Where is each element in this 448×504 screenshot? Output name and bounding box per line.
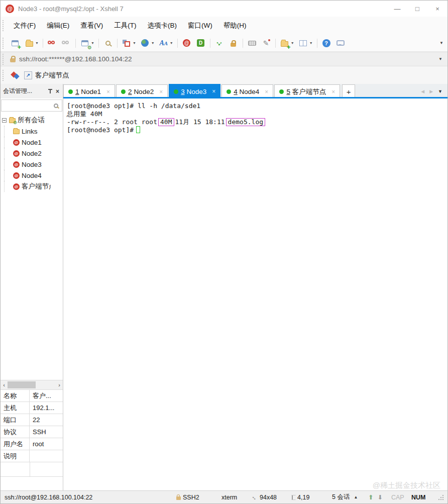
tab-node1[interactable]: 1 Node1 × [63,84,115,98]
new-session-button[interactable]: + [9,37,22,50]
xshell-snail-icon [182,38,192,48]
tab-scroll-right-icon[interactable]: ▶ [429,89,433,94]
menu-tab[interactable]: 选项卡(B) [142,19,183,33]
address-url-field[interactable]: ssh://root:******@192.168.100.104:22 [19,55,433,63]
quicklaunch-drag-handle[interactable] [3,70,6,81]
toolbar-separator [243,39,243,48]
sidebar-horizontal-scrollbar[interactable]: ‹ › [1,380,63,390]
arrange-windows-dropdown[interactable]: ▼ [133,41,136,45]
font-button[interactable]: ▼ [157,37,175,50]
disconnect-button[interactable] [46,37,59,50]
tree-item-node2[interactable]: Node2 [1,148,63,159]
close-button[interactable]: × [427,1,447,16]
tree-item-node1[interactable]: Node1 [1,137,63,148]
session-shortcut-icon[interactable] [24,71,32,79]
scroll-right-icon[interactable]: › [56,382,63,388]
tab-close-icon[interactable]: × [331,88,335,95]
new-session-folder-dropdown[interactable]: ▼ [291,41,294,45]
web-browser-dropdown[interactable]: ▼ [151,41,155,45]
open-sessions-button[interactable]: ▼ [23,37,40,50]
tree-item-client-node[interactable]: 客户端节点 [1,181,63,192]
menu-window[interactable]: 窗口(W) [182,19,218,33]
help-button[interactable] [320,37,333,50]
help-icon [321,38,331,48]
tab-row: 会话管理... × 1 Node1 × 2 Node2 × 3 Node3 × [1,84,447,98]
jump-up-icon[interactable]: ⬆ [368,493,373,501]
prop-row-host: 主机 192.1... [1,402,63,414]
menu-help[interactable]: 帮助(H) [218,19,252,33]
fullscreen-button[interactable] [213,37,226,50]
terminal-line: -rw-r--r--. 2 root root40M11月 15 18:11de… [67,118,447,126]
num-lock-indicator: NUM [411,494,433,501]
xftp-transfer-button[interactable] [194,37,207,50]
session-properties-button[interactable]: ⚙ ▼ [78,37,96,50]
toolbar-drag-handle[interactable] [3,38,6,49]
font-dropdown[interactable]: ▼ [170,41,173,45]
menu-edit[interactable]: 编辑(E) [41,19,75,33]
tree-item-node3[interactable]: Node3 [1,159,63,170]
new-tab-button[interactable]: + [342,84,355,98]
tab-close-icon[interactable]: × [159,88,163,95]
fullscreen-icon [214,38,225,48]
scrollbar-thumb[interactable] [8,381,36,388]
web-browser-button[interactable]: ▼ [139,37,156,50]
lock-screen-button[interactable] [227,37,240,50]
menu-file[interactable]: 文件(F) [8,19,41,33]
new-session-folder-button[interactable]: + ▼ [278,37,296,50]
scroll-left-icon[interactable]: ‹ [1,382,8,388]
tree-item-node4[interactable]: Node4 [1,170,63,181]
keyboard-icon [247,38,257,48]
terminal-type-indicator: xterm [221,494,252,501]
session-count-dropdown[interactable]: 5 会话 ▲ [332,493,368,501]
layout-panes-button[interactable]: ▼ [297,37,314,50]
tree-item-links[interactable]: Links [1,126,63,137]
sidebar-close-button[interactable]: × [55,88,60,95]
resize-grip[interactable] [438,495,443,500]
tab-node3-active[interactable]: 3 Node3 × [169,84,220,98]
find-button[interactable] [101,37,115,50]
terminal-prompt-line: [root@node3 opt]# [67,126,447,134]
tab-client-node[interactable]: 5 客户端节点 × [274,84,340,98]
tab-node4[interactable]: 4 Node4 × [221,84,273,98]
tab-node2[interactable]: 2 Node2 × [116,84,168,98]
compose-button[interactable] [260,37,273,50]
tree-root-all-sessions[interactable]: 所有会话 [1,115,63,126]
virtual-keyboard-button[interactable] [246,37,259,50]
minimize-button[interactable]: — [387,1,407,16]
xshell-home-button[interactable] [180,37,193,50]
layout-panes-dropdown[interactable]: ▼ [309,41,313,45]
open-sessions-dropdown[interactable]: ▼ [35,41,39,45]
prop-key: 用户名 [1,438,30,450]
connected-dot-icon [174,89,178,94]
menu-view[interactable]: 查看(V) [75,19,108,33]
search-icon [54,104,58,108]
window-title: Node3 - root@mysql2:/opt - Xshell 7 [18,5,387,13]
reconnect-button[interactable] [60,37,73,50]
tab-label: 客户端节点 [292,88,326,95]
addressbar-drag-handle[interactable] [3,54,6,65]
tab-scroll-left-icon[interactable]: ◀ [421,89,424,94]
arrange-windows-button[interactable]: ▼ [120,37,138,50]
collapse-icon[interactable] [2,118,7,123]
watermark: @稀土掘金技术社区 [373,481,440,490]
address-dropdown-icon[interactable]: ▼ [433,57,447,61]
pin-icon[interactable] [48,88,53,94]
jump-down-icon[interactable]: ⬇ [377,493,382,501]
session-search-box[interactable] [1,99,62,112]
session-search-input[interactable] [2,100,54,111]
tab-close-icon[interactable]: × [265,88,268,95]
tab-close-icon[interactable]: × [212,88,215,95]
terminal-line: 总用量 40M [67,110,447,118]
maximize-button[interactable]: □ [407,1,427,16]
tab-list-dropdown-icon[interactable]: ▼ [438,89,442,94]
prop-value: 客户... [30,391,63,400]
tab-close-icon[interactable]: × [106,88,110,95]
quick-launch-session[interactable]: 客户端节点 [35,71,69,80]
feedback-button[interactable] [334,37,347,50]
menubar-drag-handle[interactable] [3,20,6,31]
menu-tools[interactable]: 工具(T) [108,19,142,33]
session-count-dropdown-icon: ▲ [354,495,358,499]
terminal-screen[interactable]: [root@node3 opt]# ll -h /data/sde1 总用量 4… [63,98,447,490]
session-tree: 所有会话 Links Node1 Node2 [1,113,63,192]
toolbar-overflow-button[interactable]: ▼ [439,41,447,45]
